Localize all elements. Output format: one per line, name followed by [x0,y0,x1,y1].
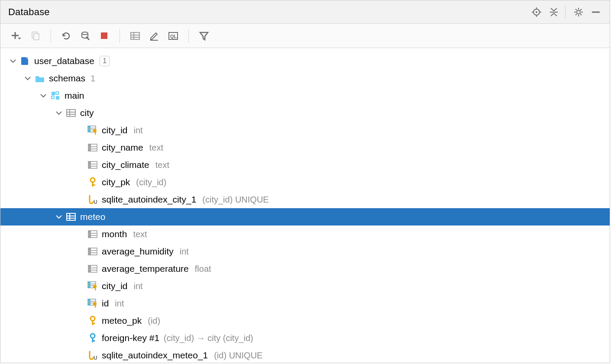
stop-button[interactable] [97,29,112,43]
schemas-count: 1 [91,74,95,84]
node-index-city[interactable]: sqlite_autoindex_city_1 (city_id) UNIQUE [0,191,610,208]
datasource-icon [19,55,31,67]
column-type: int [134,281,143,291]
node-table-meteo[interactable]: meteo [0,208,610,225]
toolbar-sep-2 [120,29,120,43]
index-detail: (id) UNIQUE [214,351,262,361]
query-console-button[interactable] [166,29,181,43]
foreign-key-icon [87,332,98,344]
key-icon [87,177,98,188]
settings-icon[interactable] [571,4,586,20]
schemas-label: schemas [49,73,85,84]
toolbar [0,24,610,48]
column-key-icon [87,280,98,292]
column-type: int [180,247,189,257]
chevron-down-icon[interactable] [55,214,63,220]
datasource-count-badge: 1 [100,56,110,66]
table-icon [65,107,77,119]
node-column-meteo-id[interactable]: id int [0,295,610,312]
node-fk-meteo[interactable]: foreign-key #1 (city_id) → city (city_id… [0,329,610,347]
column-key-icon [87,298,98,309]
titlebar: Database [0,0,610,24]
toolbar-sep-1 [51,29,51,43]
index-label: sqlite_autoindex_city_1 [102,194,196,205]
node-schema-main[interactable]: main [0,87,610,104]
new-button[interactable] [9,29,24,43]
hide-icon[interactable] [588,4,604,20]
column-icon [87,263,98,274]
column-label: city_climate [102,160,149,170]
duplicate-button[interactable] [28,29,43,43]
pk-label: meteo_pk [102,316,142,326]
column-label: city_name [102,142,143,153]
node-column-meteo-city-id[interactable]: city_id int [0,277,610,295]
node-column-avg-temperature[interactable]: average_temperature float [0,260,610,277]
chevron-down-icon[interactable] [9,58,17,64]
node-pk-city[interactable]: city_pk (city_id) [0,174,610,191]
index-icon [87,194,98,205]
chevron-down-icon[interactable] [55,110,63,116]
node-column-city-climate[interactable]: city_climate text [0,156,610,174]
column-key-icon [87,125,98,136]
column-label: month [102,229,127,239]
column-type: int [115,299,124,309]
node-schemas[interactable]: schemas 1 [0,70,610,87]
column-icon [87,159,98,171]
column-type: float [195,264,211,274]
table-label: meteo [80,212,105,222]
datasource-label: user_database [34,56,94,66]
node-pk-meteo[interactable]: meteo_pk (id) [0,312,610,329]
collapse-all-icon[interactable] [546,4,562,20]
column-icon [87,142,98,153]
table-icon [65,211,77,222]
database-tree[interactable]: user_database 1 schemas 1 main city city… [0,48,610,363]
key-icon [87,315,98,326]
refresh-button[interactable] [59,29,74,43]
index-label: sqlite_autoindex_meteo_1 [102,350,208,361]
datasource-properties-button[interactable] [78,29,93,43]
table-view-button[interactable] [128,29,142,43]
database-tool-window: Database user_database 1 sc [0,0,610,363]
titlebar-separator [565,6,566,19]
chevron-down-icon[interactable] [24,75,32,81]
column-type: text [155,160,169,170]
node-index-meteo[interactable]: sqlite_autoindex_meteo_1 (id) UNIQUE [0,347,610,363]
column-icon [87,246,98,257]
pk-label: city_pk [102,177,130,187]
column-label: average_humidity [102,246,174,257]
column-type: int [134,126,143,135]
column-type: text [133,229,147,239]
chevron-down-icon[interactable] [39,93,47,99]
node-table-city[interactable]: city [0,104,610,122]
fk-label: foreign-key #1 [102,333,159,343]
node-column-city-name[interactable]: city_name text [0,139,610,156]
column-label: average_temperature [102,264,189,274]
pk-detail: (id) [148,316,160,326]
column-type: text [149,143,163,153]
locate-icon[interactable] [529,4,544,20]
toolbar-sep-3 [188,29,189,43]
node-column-city-id[interactable]: city_id int [0,122,610,139]
edit-source-button[interactable] [147,29,162,43]
panel-title: Database [8,6,50,18]
column-label: city_id [102,125,128,135]
pk-detail: (city_id) [136,177,166,187]
index-icon [87,350,98,361]
column-label: id [102,298,109,309]
filter-button[interactable] [197,29,211,43]
schema-icon [50,90,61,101]
node-column-month[interactable]: month text [0,225,610,243]
node-column-avg-humidity[interactable]: average_humidity int [0,243,610,260]
node-datasource[interactable]: user_database 1 [0,52,610,70]
index-detail: (city_id) UNIQUE [202,195,268,205]
column-icon [87,229,98,240]
schema-label: main [65,90,84,101]
table-label: city [80,108,94,118]
folder-icon [34,73,45,84]
fk-detail: (city_id) → city (city_id) [164,333,253,343]
column-label: city_id [102,281,128,291]
